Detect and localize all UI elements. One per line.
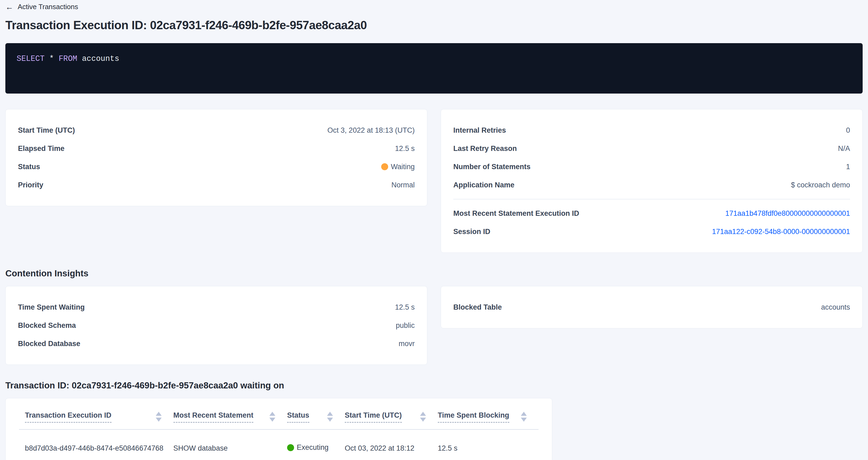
back-arrow-icon: ← — [5, 3, 13, 11]
column-header-label[interactable]: Transaction Execution ID — [25, 411, 112, 423]
sort-arrows-icon[interactable] — [270, 412, 275, 422]
summary-label: Session ID — [453, 227, 490, 236]
card-divider — [453, 199, 850, 200]
status-label: Waiting — [391, 163, 415, 171]
sort-arrows-icon[interactable] — [420, 412, 426, 422]
contention-row-blocked-schema: Blocked Schema public — [18, 316, 415, 335]
summary-value: $ cockroach demo — [791, 181, 850, 189]
summary-label: Most Recent Statement Execution ID — [453, 209, 579, 218]
cell-start-time: Oct 03, 2022 at 18:12 — [345, 444, 438, 453]
summary-label: Application Name — [453, 181, 515, 189]
column-header-label[interactable]: Most Recent Statement — [174, 411, 254, 423]
summary-value: 1 — [846, 163, 850, 171]
cell-most-recent-statement: SHOW database — [174, 444, 287, 453]
contention-section: Time Spent Waiting 12.5 s Blocked Schema… — [5, 286, 863, 365]
summary-row-elapsed-time: Elapsed Time 12.5 s — [18, 140, 415, 158]
sql-table-name: accounts — [82, 54, 119, 63]
summary-row-start-time: Start Time (UTC) Oct 3, 2022 at 18:13 (U… — [18, 121, 415, 140]
contention-card-left: Time Spent Waiting 12.5 s Blocked Schema… — [5, 286, 427, 365]
contention-row-blocked-database: Blocked Database movr — [18, 335, 415, 353]
column-header-most-recent-statement: Most Recent Statement — [174, 411, 287, 423]
column-header-label[interactable]: Time Spent Blocking — [438, 411, 509, 423]
summary-label: Start Time (UTC) — [18, 126, 75, 134]
status-waiting-dot-icon — [381, 163, 388, 170]
summary-label: Blocked Schema — [18, 321, 76, 330]
sql-keyword-select: SELECT — [17, 54, 44, 63]
statement-execution-id-link[interactable]: 171aa1b478fdf0e80000000000000001 — [725, 209, 850, 218]
status-label: Executing — [297, 443, 329, 452]
summary-value: N/A — [838, 145, 850, 153]
cell-time-spent-blocking: 12.5 s — [438, 444, 538, 453]
status-value: Waiting — [381, 163, 415, 171]
waiting-on-heading: Transaction ID: 02ca7931-f246-469b-b2fe-… — [5, 380, 863, 391]
sort-arrows-icon[interactable] — [327, 412, 333, 422]
sql-star: * — [49, 54, 54, 63]
summary-row-statement-execution-id: Most Recent Statement Execution ID 171aa… — [453, 204, 850, 222]
summary-row-status: Status Waiting — [18, 158, 415, 176]
summary-row-internal-retries: Internal Retries 0 — [453, 121, 850, 140]
sql-statement-box: SELECT * FROM accounts — [5, 43, 863, 94]
column-header-transaction-execution-id: Transaction Execution ID — [19, 411, 174, 423]
summary-row-application-name: Application Name $ cockroach demo — [453, 176, 850, 194]
back-link-label: Active Transactions — [18, 3, 78, 11]
overview-section: Start Time (UTC) Oct 3, 2022 at 18:13 (U… — [5, 109, 863, 253]
overview-card-left: Start Time (UTC) Oct 3, 2022 at 18:13 (U… — [5, 109, 427, 206]
summary-label: Last Retry Reason — [453, 145, 517, 153]
contention-insights-heading: Contention Insights — [5, 268, 863, 278]
contention-row-time-spent-waiting: Time Spent Waiting 12.5 s — [18, 298, 415, 316]
summary-value: accounts — [821, 303, 850, 311]
sort-arrows-icon[interactable] — [521, 412, 527, 422]
summary-row-number-of-statements: Number of Statements 1 — [453, 158, 850, 176]
table-header-row: Transaction Execution ID Most Recent Sta… — [19, 398, 538, 430]
summary-label: Time Spent Waiting — [18, 303, 85, 311]
summary-value: Oct 3, 2022 at 18:13 (UTC) — [327, 126, 415, 134]
summary-label: Blocked Database — [18, 340, 81, 348]
back-link[interactable]: ← Active Transactions — [5, 3, 78, 11]
summary-row-priority: Priority Normal — [18, 176, 415, 194]
summary-row-last-retry-reason: Last Retry Reason N/A — [453, 140, 850, 158]
sql-keyword-from: FROM — [59, 54, 78, 63]
summary-value: movr — [399, 340, 415, 348]
summary-label: Number of Statements — [453, 163, 530, 171]
column-header-start-time: Start Time (UTC) — [345, 411, 438, 423]
summary-label: Priority — [18, 181, 43, 189]
summary-label: Elapsed Time — [18, 145, 65, 153]
column-header-label[interactable]: Start Time (UTC) — [345, 411, 402, 423]
summary-row-session-id: Session ID 171aa122-c092-54b8-0000-00000… — [453, 222, 850, 241]
summary-value: public — [396, 321, 415, 330]
table-row: b8d7d03a-d497-446b-8474-e50846674768 SHO… — [19, 430, 538, 460]
summary-value: 0 — [846, 126, 850, 134]
status-executing-dot-icon — [287, 444, 294, 451]
cell-status: Executing — [287, 443, 345, 453]
waiting-transactions-table: Transaction Execution ID Most Recent Sta… — [5, 398, 552, 460]
cell-transaction-execution-id: b8d7d03a-d497-446b-8474-e50846674768 — [19, 444, 174, 453]
page-title: Transaction Execution ID: 02ca7931-f246-… — [5, 19, 863, 32]
column-header-label[interactable]: Status — [287, 411, 309, 423]
summary-label: Blocked Table — [453, 303, 502, 311]
summary-label: Internal Retries — [453, 126, 506, 134]
session-id-link[interactable]: 171aa122-c092-54b8-0000-000000000001 — [712, 227, 850, 236]
overview-card-right: Internal Retries 0 Last Retry Reason N/A… — [441, 109, 863, 253]
summary-label: Status — [18, 163, 40, 171]
column-header-status: Status — [287, 411, 345, 423]
summary-value: 12.5 s — [395, 303, 415, 311]
contention-row-blocked-table: Blocked Table accounts — [453, 298, 850, 316]
sort-arrows-icon[interactable] — [156, 412, 162, 422]
column-header-time-spent-blocking: Time Spent Blocking — [438, 411, 538, 423]
contention-card-right: Blocked Table accounts — [441, 286, 863, 328]
summary-value: Normal — [392, 181, 415, 189]
summary-value: 12.5 s — [395, 145, 415, 153]
